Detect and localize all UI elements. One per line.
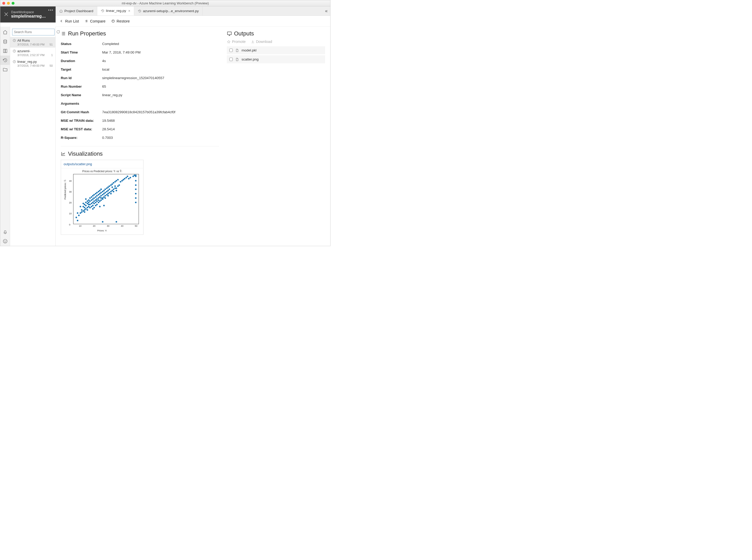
restore-button[interactable]: Restore [111, 19, 130, 23]
run-count: 50 [50, 64, 53, 67]
data-point [114, 187, 116, 189]
data-point [85, 198, 87, 200]
data-point [92, 198, 94, 200]
data-point [135, 193, 137, 195]
prop-key: Start Time [61, 48, 102, 57]
activity-rail [0, 27, 10, 246]
data-point [91, 206, 92, 207]
collapse-tabs-button[interactable]: « [325, 6, 328, 16]
project-menu-button[interactable]: ••• [48, 8, 54, 12]
promote-label: Promote [232, 40, 246, 44]
output-file-row[interactable]: scatter.png [227, 55, 325, 63]
data-point [77, 212, 78, 214]
data-point [96, 192, 98, 193]
monitor-icon [227, 31, 232, 36]
output-checkbox[interactable] [230, 58, 233, 61]
run-item[interactable]: linear_reg.py3/7/2018, 7:49:00 PM50 [10, 58, 55, 69]
data-point [116, 190, 117, 191]
promote-button[interactable]: Promote [227, 40, 246, 44]
output-checkbox[interactable] [230, 48, 233, 52]
data-point [87, 207, 88, 208]
data-point [106, 187, 107, 189]
run-properties-title: Run Properties [68, 30, 106, 37]
compare-button[interactable]: Compare [84, 19, 105, 23]
run-item[interactable]: azureml-3/7/2018, 2:52:37 PM1 [10, 47, 55, 58]
prop-key: Script Name [61, 91, 102, 99]
prop-value: 7ea318082990818c8428157b051a39fcfab4cf0f [102, 108, 219, 116]
history-rail-button[interactable] [0, 56, 10, 65]
workspace-name: DaveWorkspace [11, 11, 47, 14]
home-icon [59, 9, 63, 13]
data-point [85, 205, 87, 206]
compare-label: Compare [90, 19, 105, 23]
output-file-row[interactable]: model.pkl [227, 46, 325, 54]
feedback-rail-button[interactable] [0, 237, 10, 246]
svg-point-4 [6, 241, 6, 241]
tab-0[interactable]: Project Dashboard [56, 6, 97, 16]
notifications-rail-button[interactable] [0, 227, 10, 237]
prop-value: 0.7003 [102, 134, 219, 142]
data-point [125, 177, 127, 178]
home-rail-button[interactable] [0, 28, 10, 37]
tab-label: azureml-setup/p...e_environment.py [143, 9, 199, 13]
run-time: 3/7/2018, 7:49:00 PM [17, 43, 44, 46]
data-point [88, 202, 90, 203]
data-point [110, 193, 112, 195]
data-point [127, 176, 128, 177]
run-name: linear_reg.py [17, 60, 37, 64]
close-window-icon[interactable] [2, 2, 5, 5]
files-rail-button[interactable] [0, 65, 10, 74]
data-point [98, 202, 99, 203]
x-tick: 30 [107, 225, 110, 227]
tab-1[interactable]: linear_reg.py× [97, 6, 134, 16]
download-button[interactable]: Download [251, 40, 272, 44]
data-point [80, 212, 81, 214]
y-tick: 0 [69, 223, 70, 226]
data-point [96, 204, 98, 205]
close-tab-icon[interactable]: × [128, 9, 130, 13]
tab-label: Project Dashboard [64, 9, 93, 13]
data-point [117, 179, 119, 180]
data-point [93, 203, 95, 204]
minimize-window-icon[interactable] [7, 2, 10, 5]
svg-point-1 [4, 40, 7, 41]
data-point [84, 209, 85, 211]
x-tick: 10 [79, 225, 81, 227]
close-project-button[interactable] [3, 12, 9, 18]
data-point [123, 179, 124, 180]
plot-xlabel: Prices: Yᵢ [63, 229, 141, 232]
search-runs-input[interactable] [12, 29, 55, 35]
data-point [91, 203, 92, 204]
prop-value: local [102, 65, 219, 74]
data-point [113, 188, 114, 190]
data-point [128, 178, 130, 179]
data-point [91, 199, 92, 201]
y-tick: 40 [69, 180, 72, 182]
tab-2[interactable]: azureml-setup/p...e_environment.py [134, 6, 202, 16]
prop-value: 28.5414 [102, 125, 219, 134]
data-point [82, 203, 84, 204]
data-rail-button[interactable] [0, 37, 10, 46]
clock-icon [13, 60, 16, 63]
run-item[interactable]: All Runs3/7/2018, 7:49:00 PM51 [10, 37, 55, 47]
notebook-rail-button[interactable] [0, 46, 10, 56]
data-point [99, 193, 101, 195]
prop-value [102, 99, 219, 108]
tab-bar: Project Dashboardlinear_reg.py×azureml-s… [56, 6, 330, 16]
data-point [81, 211, 82, 213]
data-point [130, 177, 131, 178]
viz-card[interactable]: outputs/scatter.png Prices vs Predicted … [61, 160, 143, 235]
data-point [91, 196, 92, 198]
properties-table: StatusCompletedStart TimeMar 7, 2018, 7:… [61, 40, 219, 142]
data-point [92, 208, 94, 210]
project-header: DaveWorkspace simplelinearregres... ••• [0, 6, 56, 22]
data-point [104, 197, 106, 199]
data-point [108, 188, 110, 190]
history-icon [101, 9, 104, 13]
prop-key: Run Id [61, 74, 102, 82]
data-point [84, 211, 85, 213]
data-point [102, 221, 103, 223]
data-point [87, 209, 88, 211]
maximize-window-icon[interactable] [12, 2, 15, 5]
run-list-button[interactable]: Run List [60, 19, 79, 23]
